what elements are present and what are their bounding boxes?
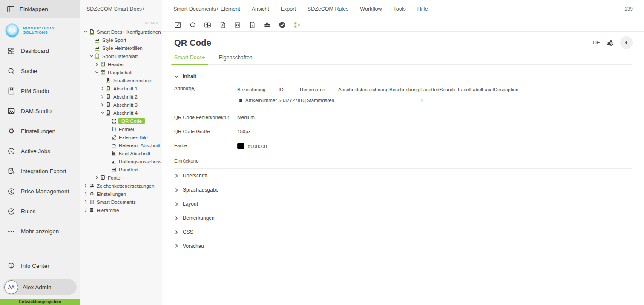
tree-chevron-down-icon[interactable] [100,111,105,115]
euro-circle-icon: € [7,187,15,195]
sidebar-item-dam-studio[interactable]: DAM Studio [0,101,80,121]
sidebar-item-price-management[interactable]: €Price Management [0,181,80,201]
sidebar-item-dashboard[interactable]: Dashboard [0,41,80,61]
color-swatch[interactable] [237,143,244,149]
tree-node-formel[interactable]: {:}Formel [80,125,162,133]
sidebar-item-pim-studio[interactable]: PIM Studio [0,81,80,101]
user-menu[interactable]: AA Alex Admin [3,279,77,295]
smart-doc-icon [89,199,95,205]
code-export-icon[interactable] [234,21,241,29]
tab-smart-docs[interactable]: Smart Docs+ [174,55,205,64]
menu-ansicht[interactable]: Ansicht [252,6,269,12]
collapse-sidebar-button[interactable]: Einklappen [0,0,80,18]
menu-items: Smart Documents+ ElementAnsichtExportSDZ… [173,6,428,12]
menu-workflow[interactable]: Workflow [360,6,382,12]
tree-node-smart-documents[interactable]: Smart Documents [80,198,162,206]
tree-node-footer[interactable]: Footer [80,174,162,182]
tree-chevron-right-icon[interactable] [94,176,100,180]
run-document-icon[interactable] [249,21,256,29]
sidebar-item-einstellungen[interactable]: ⚙Einstellungen [0,121,80,141]
tree-node-hauptinhalt[interactable]: Hauptinhalt [80,68,162,76]
gear-icon: ⚙ [7,127,15,135]
attribute-row[interactable]: Artikelnummer5037727810|Stammdaten1 [237,94,632,106]
section-icon [105,94,111,99]
section-header-css[interactable]: CSS [174,225,632,239]
tree-chevron-down-icon[interactable] [83,30,89,34]
tree-chevron-down-icon[interactable] [89,54,94,58]
tree-chevron-right-icon[interactable] [83,200,89,204]
tree-node-zeichenkettenersetzungen[interactable]: Zeichenkettenersetzungen [80,182,162,190]
tree-node-abschnitt-1[interactable]: Abschnitt 1 [80,84,162,93]
menu-smart-documents-element[interactable]: Smart Documents+ Element [173,6,240,12]
validate-icon[interactable] [279,21,286,29]
collapse-detail-button[interactable] [620,36,633,49]
tree-chevron-right-icon[interactable] [100,87,105,90]
sidebar-item-info-center[interactable]: Info Center [0,256,80,276]
sidebar-item-suche[interactable]: Suche [0,61,80,81]
tree-node-header[interactable]: Header [80,60,162,68]
menubar: Smart Documents+ ElementAnsichtExportSDZ… [162,0,644,18]
sidebar-item-rules[interactable]: Rules [0,201,80,221]
tree-node-abschnitt-3[interactable]: Abschnitt 3 [80,101,162,109]
tree-node-randtext[interactable]: Randtext [80,166,162,174]
section-header-layout[interactable]: Layout [174,197,632,211]
tree-chevron-right-icon[interactable] [83,184,89,188]
tree-node-smart-docs-konfigurationen[interactable]: Smart Docs+ Konfigurationen [80,28,162,36]
content: DE QR Code Smart Docs+Eigenschaften Inha… [162,32,644,305]
chevron-right-icon [174,174,179,178]
section-header-vorschau[interactable]: Vorschau [174,239,632,253]
sidebar-item-active-jobs[interactable]: Active Jobs [0,141,80,161]
footer-icon [100,175,106,180]
dam-studio-icon [7,107,15,115]
tree-chevron-down-icon[interactable] [94,70,100,74]
menu-tools[interactable]: Tools [394,6,406,12]
sidebar-bottom: Info Center AA Alex Admin [0,256,80,305]
edit-icon[interactable] [174,21,181,29]
tree-node-style-heimtextilien[interactable]: Style Heimtextilien [80,44,162,52]
section-header-sprachausgabe[interactable]: Sprachausgabe [174,183,632,197]
tab-eigenschaften[interactable]: Eigenschaften [219,55,253,64]
section-header-bemerkungen[interactable]: Bemerkungen [174,211,632,225]
structure-icon[interactable] [293,21,301,29]
tree-chevron-right-icon[interactable] [100,95,105,99]
error-correction-value[interactable]: Medium [237,114,255,120]
tree-node-kind-abschnitt[interactable]: Kind-Abschnitt [80,149,162,157]
tree-chevron-right-icon[interactable] [83,208,89,212]
sidebar-item-mehr-anzeigen[interactable]: Mehr anzeigen [0,221,80,241]
tree-node-style-sport[interactable]: Style Sport [80,36,162,44]
environment-banner: Entwicklungssystem [0,299,80,305]
tree-node-qr-code[interactable]: QR Code [80,117,162,125]
tune-settings-icon[interactable] [607,39,614,46]
tree-node-abschnitt-2[interactable]: Abschnitt 2 [80,93,162,101]
tree-chevron-right-icon[interactable] [83,192,89,196]
tree-chevron-right-icon[interactable] [100,103,105,107]
preview-book-icon[interactable] [204,21,211,29]
tree-node-inhaltsverzeichnis[interactable]: Inhaltsverzeichnis [80,76,162,84]
menu-hilfe[interactable]: Hilfe [417,6,428,12]
tree-node-einstellungen[interactable]: ⚙Einstellungen [80,190,162,198]
pdf-export-icon[interactable] [219,21,226,29]
section-header-inhalt[interactable]: Inhalt [174,71,632,81]
section-header-berschrift[interactable]: Überschrift [174,168,632,183]
book-icon [100,70,106,75]
tree-node-sport-datenblatt[interactable]: Sport Datenblatt [80,52,162,60]
tree-chevron-right-icon[interactable] [94,62,100,66]
tree-node-externes-bild[interactable]: Externes Bild [80,133,162,141]
attribute-cell-id: 50377278 [279,98,300,103]
sidebar-item-integration-export[interactable]: Integration Export [0,161,80,181]
inhalt-fields: Attribut(e) BezeichnungIDReiternameAbsch… [174,85,632,163]
tree-node-label: Einstellungen [97,192,126,197]
chevron-right-icon [174,202,179,206]
language-indicator[interactable]: DE [593,40,600,46]
qr-size-value[interactable]: 150px [237,128,250,134]
reload-icon[interactable] [189,21,196,29]
menu-sdzecom-rules[interactable]: SDZeCOM Rules [308,6,349,12]
tree-node-haftungsausschuss[interactable]: Haftungsausschuss [80,157,162,166]
tree-node-referenz-abschnitt[interactable]: Referenz-Abschnitt [80,141,162,149]
color-hex[interactable]: #000000 [248,144,267,149]
qr-icon [111,118,117,124]
toolbox-icon[interactable] [264,21,271,29]
tree-node-hierarchie[interactable]: Hierarchie [80,206,162,214]
menu-export[interactable]: Export [281,6,296,12]
tree-node-abschnitt-4[interactable]: Abschnitt 4 [80,109,162,117]
